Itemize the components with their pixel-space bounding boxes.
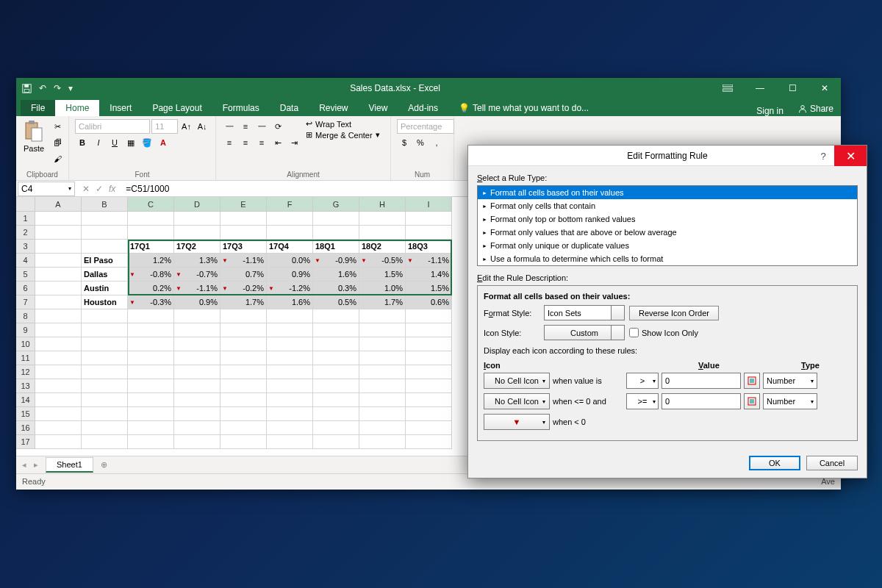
cell-D11[interactable] <box>174 351 220 365</box>
cell-H4[interactable]: ▼-0.5% <box>359 254 406 268</box>
icon-rule-0-type-combo[interactable]: Number <box>763 373 817 389</box>
name-box[interactable]: C4▾ <box>18 182 75 196</box>
cell-A16[interactable] <box>35 421 82 435</box>
cell-C16[interactable] <box>128 421 174 435</box>
icon-rule-1-value-input[interactable]: 0 <box>662 393 741 409</box>
col-header-G[interactable]: G <box>313 197 359 212</box>
icon-rule-1-operator-combo[interactable]: >= <box>626 393 659 409</box>
icon-rule-0-ref-button[interactable] <box>744 373 760 389</box>
cell-F13[interactable] <box>267 379 313 393</box>
dialog-close-icon[interactable]: ✕ <box>834 146 867 166</box>
row-header-7[interactable]: 7 <box>16 295 35 309</box>
cell-D13[interactable] <box>174 379 220 393</box>
cell-C1[interactable] <box>128 212 174 226</box>
cell-H13[interactable] <box>359 379 406 393</box>
row-header-14[interactable]: 14 <box>16 393 35 407</box>
cell-A15[interactable] <box>35 407 82 421</box>
cell-G11[interactable] <box>313 351 359 365</box>
cell-B15[interactable] <box>82 407 128 421</box>
cell-C8[interactable] <box>128 309 174 323</box>
cell-A12[interactable] <box>35 365 82 379</box>
cell-E1[interactable] <box>220 212 267 226</box>
cell-B4[interactable]: El Paso <box>82 254 128 268</box>
ok-button[interactable]: OK <box>749 456 800 470</box>
comma-icon[interactable]: , <box>429 135 444 150</box>
cell-I7[interactable]: 0.6% <box>406 295 452 309</box>
cell-G6[interactable]: 0.3% <box>313 282 359 295</box>
maximize-icon[interactable]: ☐ <box>776 78 808 98</box>
new-sheet-icon[interactable]: ⊕ <box>101 460 107 470</box>
row-header-6[interactable]: 6 <box>16 282 35 295</box>
align-right-icon[interactable]: ≡ <box>254 135 269 150</box>
cell-A7[interactable] <box>35 295 82 309</box>
cell-F6[interactable]: ▼-1.2% <box>267 282 313 295</box>
cell-F14[interactable] <box>267 393 313 407</box>
cell-B9[interactable] <box>82 323 128 337</box>
icon-rule-1-ref-button[interactable] <box>744 393 760 409</box>
cell-A11[interactable] <box>35 351 82 365</box>
cell-I2[interactable] <box>406 226 452 240</box>
cell-E7[interactable]: 1.7% <box>220 295 267 309</box>
cell-G8[interactable] <box>313 309 359 323</box>
border-icon[interactable]: ▦ <box>123 135 138 150</box>
cell-B11[interactable] <box>82 351 128 365</box>
cell-A14[interactable] <box>35 393 82 407</box>
cell-E6[interactable]: ▼-0.2% <box>220 282 267 295</box>
cell-D9[interactable] <box>174 323 220 337</box>
cell-A2[interactable] <box>35 226 82 240</box>
tab-formulas[interactable]: Formulas <box>212 100 270 116</box>
cell-F16[interactable] <box>267 421 313 435</box>
cell-H3[interactable]: 18Q2 <box>359 240 406 254</box>
cell-A1[interactable] <box>35 212 82 226</box>
cell-I15[interactable] <box>406 407 452 421</box>
cell-I10[interactable] <box>406 337 452 351</box>
col-header-B[interactable]: B <box>82 197 128 212</box>
cell-B5[interactable]: Dallas <box>82 268 128 282</box>
cell-G1[interactable] <box>313 212 359 226</box>
icon-rule-1-icon-combo[interactable]: No Cell Icon <box>484 393 550 409</box>
dialog-help-icon[interactable]: ? <box>812 146 834 166</box>
save-icon[interactable] <box>22 84 32 93</box>
cell-B2[interactable] <box>82 226 128 240</box>
undo-icon[interactable]: ↶ <box>39 83 46 93</box>
row-header-1[interactable]: 1 <box>16 212 35 226</box>
icon-style-combo[interactable]: Custom▾ <box>544 325 625 340</box>
col-header-I[interactable]: I <box>406 197 452 212</box>
row-header-11[interactable]: 11 <box>16 351 35 365</box>
cell-I12[interactable] <box>406 365 452 379</box>
cell-C11[interactable] <box>128 351 174 365</box>
cell-A3[interactable] <box>35 240 82 254</box>
cell-F3[interactable]: 17Q4 <box>267 240 313 254</box>
cell-I8[interactable] <box>406 309 452 323</box>
align-top-icon[interactable]: ⼀ <box>222 119 237 134</box>
row-header-17[interactable]: 17 <box>16 435 35 449</box>
cell-D6[interactable]: ▼-1.1% <box>174 282 220 295</box>
cell-H14[interactable] <box>359 393 406 407</box>
cell-H7[interactable]: 1.7% <box>359 295 406 309</box>
cell-E3[interactable]: 17Q3 <box>220 240 267 254</box>
icon-rule-2-icon-combo[interactable]: ▼ <box>484 414 550 430</box>
cell-H8[interactable] <box>359 309 406 323</box>
cell-D3[interactable]: 17Q2 <box>174 240 220 254</box>
cell-B6[interactable]: Austin <box>82 282 128 295</box>
cell-C14[interactable] <box>128 393 174 407</box>
enter-formula-icon[interactable]: ✓ <box>96 184 103 194</box>
rule-type-item-2[interactable]: Format only top or bottom ranked values <box>478 212 857 226</box>
cell-G14[interactable] <box>313 393 359 407</box>
cell-H1[interactable] <box>359 212 406 226</box>
cell-H9[interactable] <box>359 323 406 337</box>
tab-home[interactable]: Home <box>55 100 99 116</box>
cut-icon[interactable]: ✂ <box>50 119 65 134</box>
col-header-E[interactable]: E <box>220 197 267 212</box>
wrap-text-button[interactable]: ↩ Wrap Text <box>306 119 380 129</box>
cell-I5[interactable]: 1.4% <box>406 268 452 282</box>
col-header-D[interactable]: D <box>174 197 220 212</box>
cell-E4[interactable]: ▼-1.1% <box>220 254 267 268</box>
cell-I3[interactable]: 18Q3 <box>406 240 452 254</box>
cell-D17[interactable] <box>174 435 220 449</box>
cell-D2[interactable] <box>174 226 220 240</box>
number-format-dropdown[interactable]: Percentage <box>397 119 454 134</box>
cell-D12[interactable] <box>174 365 220 379</box>
cell-C5[interactable]: ▼-0.8% <box>128 268 174 282</box>
cell-F5[interactable]: 0.9% <box>267 268 313 282</box>
